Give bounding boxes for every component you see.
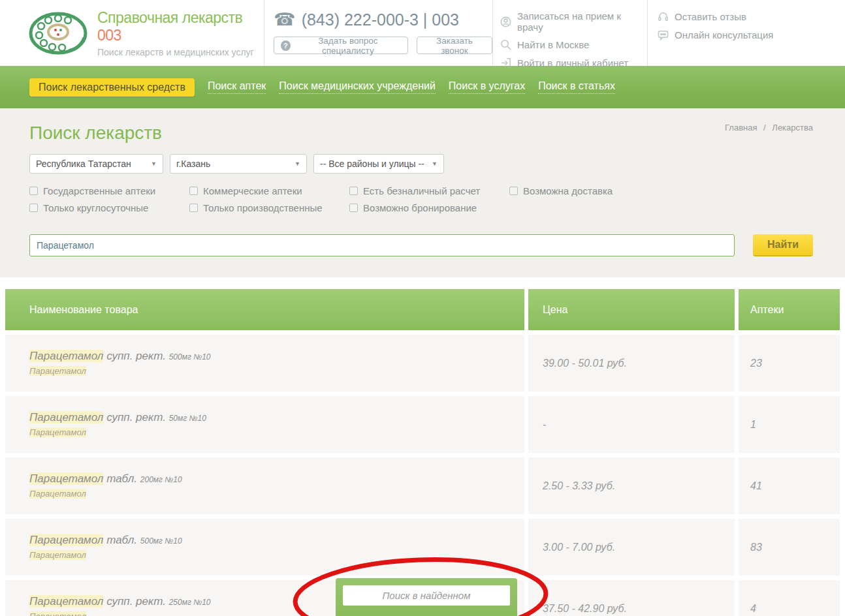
tab-pharmacy-search[interactable]: Поиск аптек — [208, 80, 266, 94]
breadcrumb-home[interactable]: Главная — [725, 123, 757, 132]
highlighted-term: Парацетамол — [29, 350, 103, 362]
dosage-form: табл. — [106, 472, 137, 485]
checkbox-24h-only[interactable]: Только круглосуточные — [29, 202, 189, 213]
checkbox-icon — [29, 204, 38, 212]
inn-name: Парацетамол — [29, 611, 86, 616]
question-icon: ? — [281, 40, 291, 51]
district-select[interactable]: -- Все районы и улицы -- ▼ — [313, 154, 444, 174]
link-label: Оставить отзыв — [675, 11, 746, 22]
region-select-value: Республика Татарстан — [36, 159, 131, 169]
inn-name: Парацетамол — [29, 550, 86, 560]
filter-checkboxes: Государственные аптеки Коммерческие апте… — [29, 185, 813, 213]
site-subtitle: Поиск лекарств и медицинских услуг — [97, 47, 264, 57]
site-header: Справочная лекарств 003 Поиск лекарств и… — [0, 0, 845, 66]
checkbox-reservation-available[interactable]: Возможно бронирование — [349, 202, 509, 213]
dose-spec: 500мг №10 — [140, 536, 182, 546]
checkbox-icon — [349, 204, 358, 212]
site-title-text: Справочная лекарств — [97, 9, 242, 26]
order-call-button[interactable]: Заказать звонок — [417, 37, 492, 54]
location-selects: Республика Татарстан ▼ г.Казань ▼ -- Все… — [29, 154, 813, 174]
pharmacy-count-cell: 4 — [739, 580, 840, 616]
doctor-icon — [500, 16, 512, 28]
link-login-account[interactable]: Войти в личный кабинет — [500, 57, 647, 69]
checkbox-label: Государственные аптеки — [43, 185, 155, 196]
inn-name: Парацетамол — [29, 366, 86, 376]
tab-articles-search[interactable]: Поиск в статьях — [538, 80, 615, 94]
tab-medical-facility-search[interactable]: Поиск медицинских учреждений — [279, 80, 436, 94]
dosage-form: супп. рект. — [106, 411, 166, 424]
column-header-product: Наименование товара — [5, 289, 524, 330]
table-row[interactable]: Парацетамол табл. 500мг №10 Парацетамол … — [5, 519, 840, 576]
price-cell: 2.50 - 3.33 руб. — [528, 457, 735, 514]
column-header-pharmacies: Аптеки — [739, 289, 840, 330]
table-row[interactable]: Парацетамол супп. рект. 50мг №10 Парацет… — [5, 396, 840, 453]
product-name-cell[interactable]: Парацетамол супп. рект. 50мг №10 Парацет… — [5, 396, 524, 453]
dosage-form: супп. рект. — [106, 595, 166, 608]
dosage-form: супп. рект. — [106, 350, 166, 362]
link-label: Онлайн консультация — [675, 29, 773, 40]
search-in-found-button[interactable]: Поиск в найденном — [336, 578, 517, 616]
phone-area: ☎ (843) 222-000-3 | 003 ? Задать вопрос … — [264, 0, 493, 66]
checkbox-icon — [29, 187, 38, 195]
search-row: Найти — [29, 234, 813, 256]
pharmacy-count-cell: 83 — [739, 519, 840, 576]
link-online-consultation[interactable]: Онлайн консультация — [657, 29, 845, 41]
link-leave-review[interactable]: Оставить отзыв — [657, 10, 845, 23]
price-cell: 37.50 - 42.90 руб. — [528, 580, 735, 616]
table-row[interactable]: Парацетамол табл. 200мг №10 Парацетамол … — [5, 457, 840, 514]
link-book-doctor[interactable]: Записаться на прием к врачу — [500, 10, 647, 33]
phone-icon: ☎ — [274, 9, 296, 30]
checkbox-delivery-available[interactable]: Возможна доставка — [509, 185, 669, 196]
ask-specialist-button[interactable]: ? Задать вопрос специалисту — [274, 37, 408, 54]
checkbox-icon — [349, 187, 358, 195]
highlighted-term: Парацетамол — [29, 595, 103, 608]
checkbox-cashless-payment[interactable]: Есть безналичный расчет — [349, 185, 509, 196]
tab-services-search[interactable]: Поиск в услугах — [449, 80, 525, 94]
breadcrumb-current: Лекарства — [772, 123, 813, 132]
product-name-cell[interactable]: Парацетамол табл. 500мг №10 Парацетамол — [5, 519, 524, 576]
product-name-cell[interactable]: Парацетамол супп. рект. 500мг №10 Параце… — [5, 335, 524, 392]
headset-icon — [657, 10, 669, 23]
search-in-found-label: Поиск в найденном — [343, 585, 510, 606]
checkbox-production-only[interactable]: Только производственные — [189, 202, 349, 213]
checkbox-label: Есть безналичный расчет — [363, 185, 480, 196]
inn-name: Парацетамол — [29, 427, 86, 437]
highlighted-term: Парацетамол — [29, 534, 103, 546]
pharmacy-count-cell: 41 — [739, 457, 840, 514]
dose-spec: 250мг №10 — [169, 598, 211, 607]
main-nav: Поиск лекарственных средств Поиск аптек … — [0, 66, 845, 108]
link-find-in-moscow[interactable]: Найти в Москве — [500, 38, 647, 51]
page-title: Поиск лекарств — [29, 123, 813, 144]
table-row[interactable]: Парацетамол супп. рект. 500мг №10 Параце… — [5, 335, 840, 392]
tab-drug-search[interactable]: Поиск лекарственных средств — [29, 78, 195, 97]
drug-search-input[interactable] — [29, 234, 735, 256]
breadcrumb: Главная / Лекарства — [721, 123, 813, 132]
checkbox-state-pharmacies[interactable]: Государственные аптеки — [29, 185, 189, 196]
city-select[interactable]: г.Казань ▼ — [170, 154, 307, 174]
price-cell: 3.00 - 7.00 руб. — [528, 519, 735, 576]
phone-line: ☎ (843) 222-000-3 | 003 — [274, 9, 492, 30]
login-icon — [500, 57, 512, 69]
link-label: Записаться на прием к врачу — [517, 10, 647, 33]
checkbox-commercial-pharmacies[interactable]: Коммерческие аптеки — [189, 185, 349, 196]
district-select-value: -- Все районы и улицы -- — [320, 159, 424, 169]
results-table: Наименование товара Цена Аптеки Парацета… — [5, 289, 840, 616]
checkbox-label: Возможно бронирование — [363, 202, 477, 213]
city-select-value: г.Казань — [176, 159, 210, 169]
dose-spec: 50мг №10 — [169, 414, 206, 423]
checkbox-label: Только производственные — [203, 202, 323, 213]
chevron-down-icon: ▼ — [432, 161, 438, 167]
highlighted-term: Парацетамол — [29, 411, 103, 424]
price-cell: - — [528, 396, 735, 453]
product-name-cell[interactable]: Парацетамол табл. 200мг №10 Парацетамол — [5, 457, 524, 514]
region-select[interactable]: Республика Татарстан ▼ — [29, 154, 163, 174]
link-label: Войти в личный кабинет — [517, 57, 628, 69]
search-panel: Главная / Лекарства Поиск лекарств Респу… — [0, 108, 845, 277]
chevron-down-icon: ▼ — [295, 161, 300, 167]
checkbox-icon — [189, 187, 198, 195]
highlighted-term: Парацетамол — [29, 472, 103, 485]
pharmacy-count-cell: 23 — [739, 335, 840, 392]
find-button[interactable]: Найти — [753, 234, 813, 255]
chevron-down-icon: ▼ — [151, 161, 157, 167]
site-logo-icon[interactable] — [28, 10, 88, 56]
